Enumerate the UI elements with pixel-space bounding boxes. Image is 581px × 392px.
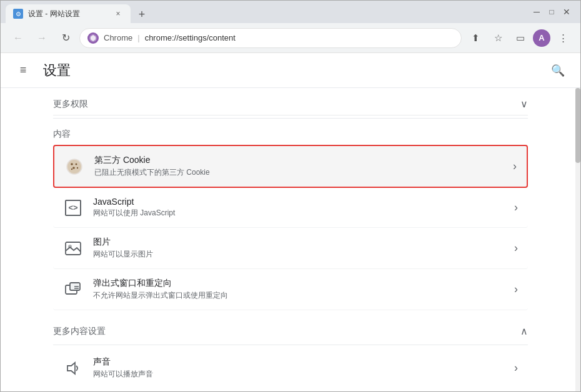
sound-item-text: 声音 网站可以播放声音 (93, 356, 504, 380)
search-button[interactable]: 🔍 (548, 61, 568, 81)
svg-point-3 (71, 163, 73, 165)
profile-button[interactable]: A (533, 29, 550, 47)
chrome-label: Chrome (104, 33, 132, 42)
popups-item-desc: 不允许网站显示弹出式窗口或使用重定向 (93, 290, 504, 301)
popups-item-text: 弹出式窗口和重定向 不允许网站显示弹出式窗口或使用重定向 (93, 278, 504, 301)
more-permissions-section: 更多权限 ∨ (53, 88, 528, 115)
more-content-settings-label: 更多内容设置 (53, 326, 106, 337)
tab-favicon: ⚙ (13, 9, 23, 19)
sound-icon (63, 358, 83, 378)
settings-page: ≡ 设置 🔍 更多权限 ∨ 内容 (1, 53, 580, 392)
images-item-text: 图片 网站可以显示图片 (93, 237, 504, 260)
toolbar: ← → ↻ Chrome | chrome://settings/content… (1, 23, 580, 53)
back-icon: ← (13, 32, 23, 44)
more-menu-button[interactable]: ⋮ (553, 28, 573, 48)
refresh-icon: ↻ (62, 32, 70, 44)
site-icon (87, 32, 99, 44)
address-separator: | (137, 33, 139, 42)
bookmark-button[interactable]: ☆ (488, 28, 508, 48)
share-button[interactable]: ⬆ (465, 28, 485, 48)
toolbar-right: ⬆ ☆ ▭ A ⋮ (465, 28, 573, 48)
third-party-cookie-item[interactable]: 第三方 Cookie 已阻止无痕模式下的第三方 Cookie › (53, 145, 528, 188)
more-content-settings-chevron: ∧ (520, 325, 528, 337)
settings-content: 更多权限 ∨ 内容 (1, 88, 580, 392)
js-icon-inner: <> (65, 200, 81, 216)
cookie-item-title: 第三方 Cookie (94, 155, 503, 166)
divider-2 (53, 345, 528, 345)
window-controls: ─ □ ✕ (530, 6, 575, 18)
cookie-item-desc: 已阻止无痕模式下的第三方 Cookie (94, 167, 503, 178)
cookie-item-text: 第三方 Cookie 已阻止无痕模式下的第三方 Cookie (94, 155, 503, 178)
sound-svg (65, 361, 81, 376)
refresh-button[interactable]: ↻ (56, 28, 76, 48)
sound-item-arrow: › (514, 361, 518, 375)
scrollbar-track[interactable] (575, 88, 580, 392)
sidebar-button[interactable]: ▭ (510, 28, 530, 48)
sound-item-title: 声音 (93, 356, 504, 368)
images-icon (63, 238, 83, 258)
page-title: 设置 (43, 61, 71, 80)
new-tab-button[interactable]: + (133, 6, 151, 23)
more-content-settings-header[interactable]: 更多内容设置 ∧ (53, 315, 528, 342)
svg-point-2 (67, 160, 81, 174)
more-icon: ⋮ (559, 32, 568, 44)
close-button[interactable]: ✕ (560, 6, 573, 18)
sound-item-desc: 网站可以播放声音 (93, 369, 504, 380)
image-svg (65, 242, 81, 255)
tab-close-button[interactable]: × (113, 9, 123, 19)
profile-letter: A (539, 33, 544, 42)
share-icon: ⬆ (472, 32, 480, 44)
popup-svg (65, 282, 81, 297)
search-icon: 🔍 (551, 64, 565, 77)
forward-button[interactable]: → (32, 28, 52, 48)
images-item-title: 图片 (93, 237, 504, 248)
maximize-button[interactable]: □ (545, 6, 558, 18)
images-item-arrow: › (514, 242, 518, 255)
javascript-item[interactable]: <> JavaScript 网站可以使用 JavaScript › (53, 188, 528, 228)
images-item-desc: 网站可以显示图片 (93, 249, 504, 260)
bookmark-icon: ☆ (494, 32, 502, 44)
address-url: chrome://settings/content (145, 33, 236, 42)
address-bar[interactable]: Chrome | chrome://settings/content (79, 28, 462, 48)
sidebar-icon: ▭ (516, 32, 525, 44)
more-permissions-label: 更多权限 (53, 99, 88, 110)
javascript-item-title: JavaScript (93, 197, 504, 207)
popups-item-title: 弹出式窗口和重定向 (93, 278, 504, 289)
svg-point-4 (76, 163, 77, 165)
svg-point-7 (71, 168, 72, 169)
divider-1 (53, 118, 528, 119)
popups-item[interactable]: 弹出式窗口和重定向 不允许网站显示弹出式窗口或使用重定向 › (53, 269, 528, 310)
content-wrapper: 更多权限 ∨ 内容 (41, 88, 540, 388)
popups-icon (63, 280, 83, 300)
menu-icon[interactable]: ≡ (13, 61, 33, 81)
tab-label: 设置 - 网站设置 (28, 9, 80, 19)
more-permissions-header[interactable]: 更多权限 ∨ (53, 88, 528, 115)
settings-header: ≡ 设置 🔍 (1, 53, 580, 88)
javascript-icon: <> (63, 198, 83, 218)
scrollbar-thumb[interactable] (575, 88, 580, 163)
forward-icon: → (37, 32, 47, 44)
more-permissions-chevron: ∨ (520, 98, 528, 110)
images-item[interactable]: 图片 网站可以显示图片 › (53, 228, 528, 269)
chrome-shield-icon (89, 34, 97, 42)
svg-point-6 (77, 167, 78, 168)
sound-item[interactable]: 声音 网站可以播放声音 › (53, 348, 528, 388)
content-section-label: 内容 (53, 121, 528, 145)
back-button[interactable]: ← (8, 28, 28, 48)
svg-marker-12 (67, 363, 75, 374)
cookie-item-arrow: › (513, 160, 517, 173)
javascript-item-arrow: › (514, 201, 518, 214)
tab-area: ⚙ 设置 - 网站设置 × + (6, 1, 528, 23)
javascript-item-text: JavaScript 网站可以使用 JavaScript (93, 197, 504, 218)
minimize-button[interactable]: ─ (530, 6, 543, 18)
active-tab[interactable]: ⚙ 设置 - 网站设置 × (6, 4, 131, 23)
title-bar: ⚙ 设置 - 网站设置 × + ─ □ ✕ (1, 1, 580, 23)
popups-item-arrow: › (514, 283, 518, 296)
svg-point-5 (72, 167, 75, 169)
cookie-svg (66, 158, 83, 175)
javascript-item-desc: 网站可以使用 JavaScript (93, 208, 504, 218)
cookie-icon (64, 157, 84, 177)
